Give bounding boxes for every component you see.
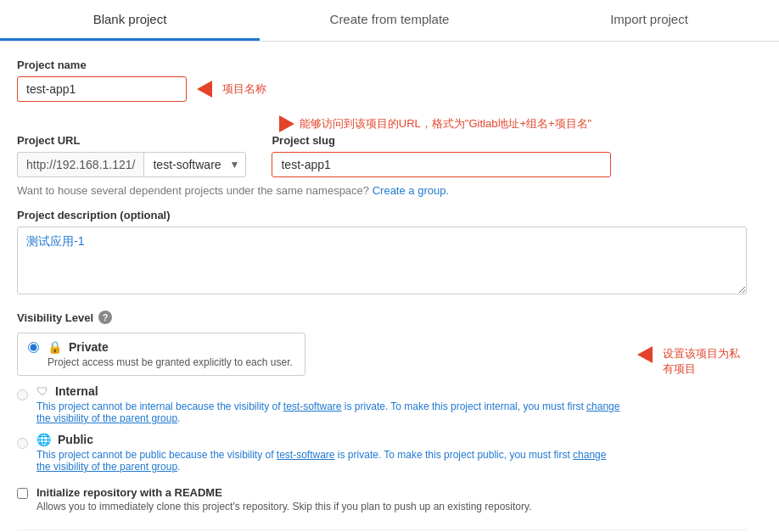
- project-name-label: Project name: [17, 59, 747, 71]
- internal-desc: This project cannot be internal because …: [36, 400, 620, 424]
- group-help-text: Want to house several dependent projects…: [17, 184, 747, 197]
- project-slug-label: Project slug: [272, 134, 611, 147]
- tabs-bar: Blank project Create from template Impor…: [0, 0, 779, 42]
- project-slug-input[interactable]: [272, 152, 611, 177]
- description-input[interactable]: 测试应用-1: [17, 227, 747, 294]
- tab-blank[interactable]: Blank project: [0, 0, 260, 41]
- project-url-label: Project URL: [17, 134, 246, 147]
- internal-title: Internal: [55, 384, 98, 398]
- create-group-link[interactable]: Create a group.: [373, 184, 449, 197]
- arrow-left-url-icon: [279, 115, 294, 132]
- readme-section: Initialize repository with a README Allo…: [17, 486, 747, 512]
- visibility-label: Visibility Level: [17, 311, 93, 324]
- readme-desc: Allows you to immediately clone this pro…: [36, 501, 531, 512]
- arrow-right-visibility-icon: [637, 346, 653, 363]
- private-desc: Project access must be granted explicitl…: [48, 356, 293, 368]
- lock-icon: 🔒: [48, 340, 62, 354]
- tab-template[interactable]: Create from template: [260, 0, 519, 41]
- public-radio[interactable]: [17, 438, 28, 449]
- url-annotation: 能够访问到该项目的URL，格式为"Gitlab地址+组名+项目名": [300, 116, 591, 132]
- shield-icon: 🛡: [36, 384, 48, 398]
- url-base: http://192.168.1.121/: [17, 152, 143, 177]
- visibility-help-icon[interactable]: ?: [98, 311, 112, 324]
- readme-label: Initialize repository with a README: [36, 486, 531, 499]
- project-name-input[interactable]: [17, 76, 187, 102]
- tab-import[interactable]: Import project: [519, 0, 779, 41]
- public-title: Public: [58, 433, 93, 446]
- visibility-option-public: 🌐 Public This project cannot be public b…: [17, 433, 620, 473]
- arrow-right-icon: [197, 81, 212, 98]
- public-desc: This project cannot be public because th…: [36, 449, 620, 473]
- internal-radio[interactable]: [17, 389, 28, 400]
- readme-checkbox[interactable]: [17, 488, 28, 499]
- visibility-option-internal: 🛡 Internal This project cannot be intern…: [17, 384, 620, 424]
- visibility-option-private: 🔒 Private Project access must be granted…: [17, 333, 620, 376]
- project-name-annotation: 项目名称: [222, 81, 266, 97]
- private-radio[interactable]: [28, 342, 39, 353]
- visibility-annotation: 设置该项目为私有项目: [663, 346, 747, 377]
- private-title: Private: [69, 340, 109, 354]
- namespace-select[interactable]: test-software: [143, 152, 246, 177]
- description-label: Project description (optional): [17, 209, 747, 221]
- globe-icon: 🌐: [36, 433, 51, 446]
